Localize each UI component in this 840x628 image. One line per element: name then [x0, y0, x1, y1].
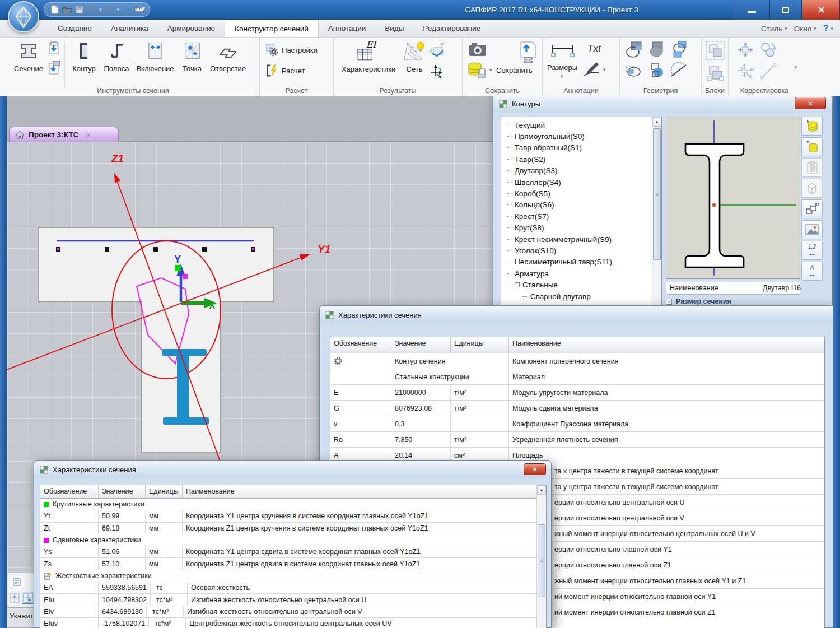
- tree-item-s6[interactable]: Кольцо(S6): [502, 199, 661, 211]
- dimensions-button[interactable]: Размеры: [547, 63, 577, 72]
- image-button[interactable]: [801, 220, 823, 239]
- calc-settings-button[interactable]: Настройки: [265, 43, 333, 57]
- correction-dropdown-icon[interactable]: ▾: [794, 64, 797, 70]
- undo-dropdown-icon[interactable]: ▾: [99, 7, 102, 12]
- mesh-button[interactable]: Сеть: [400, 40, 429, 73]
- table-row[interactable]: Zt69.18ммКоордината Z1 центра кручения в…: [40, 523, 536, 534]
- view-3d-button[interactable]: [801, 179, 823, 198]
- import-dxf-icon[interactable]: [46, 61, 62, 76]
- scale-icon[interactable]: [735, 62, 755, 81]
- scroll-up-icon[interactable]: ▲: [652, 117, 661, 127]
- calc-run-button[interactable]: Расчет: [265, 64, 333, 77]
- scroll-up-icon[interactable]: ▲: [537, 485, 546, 495]
- tree-item-svarnoj-dvutavr[interactable]: Сварной двутавр: [518, 291, 661, 302]
- tab-analitika[interactable]: Аналитика: [101, 20, 158, 37]
- pen-dropdown-icon[interactable]: ▾: [603, 67, 606, 72]
- rotate-icon[interactable]: [759, 40, 779, 59]
- boolean-union-icon[interactable]: [624, 40, 645, 59]
- window-dropdown-icon[interactable]: ▾: [814, 26, 816, 31]
- table-row[interactable]: Стальные конструкции Материал: [330, 369, 824, 385]
- dimension-icon[interactable]: [550, 43, 575, 58]
- tab-redaktirovanie[interactable]: Редактирование: [413, 20, 490, 37]
- close-button[interactable]: [802, 0, 840, 20]
- qat-customize-icon[interactable]: ▼: [141, 6, 146, 11]
- stretch-icon[interactable]: [759, 62, 779, 81]
- save-button[interactable]: Сохранить: [496, 66, 533, 75]
- group-row-shear[interactable]: Сдвиговые характеристики: [40, 534, 536, 546]
- grid-tool-button[interactable]: [8, 592, 21, 604]
- table-row[interactable]: EIu10494.798302тс*м²Изгибная жесткость о…: [40, 594, 536, 606]
- tree-item-stalnye[interactable]: −Стальные: [502, 279, 661, 290]
- tree-item-s9[interactable]: Крест несимметричный(S9): [502, 234, 661, 245]
- table-row[interactable]: Ro 7.850 т/м³ Усредненная плотность сече…: [330, 432, 824, 448]
- xy-plane-button[interactable]: XY: [801, 199, 823, 218]
- open-folder-icon[interactable]: [62, 5, 72, 15]
- numeric-dimensions-button[interactable]: 1.2↔: [801, 241, 823, 260]
- tab-sozdanie[interactable]: Создание: [48, 20, 101, 37]
- help-menu[interactable]: ?: [823, 24, 829, 34]
- tree-item-current[interactable]: Текущий: [502, 119, 661, 131]
- tree-item-s5[interactable]: Короб(S5): [502, 188, 661, 199]
- edit-block-icon[interactable]: [705, 63, 725, 83]
- tree-item-s10[interactable]: Уголок(S10): [502, 245, 661, 256]
- properties2-table[interactable]: Обозначение Значение Единицы Наименовани…: [40, 485, 547, 628]
- inclusion-button[interactable]: Включение: [133, 40, 178, 73]
- save-db-icon[interactable]: [467, 61, 487, 80]
- create-block-icon[interactable]: [705, 40, 725, 61]
- strip-button[interactable]: Полоса: [100, 40, 133, 73]
- table-row[interactable]: EIv6434.689130тс*м²Изгибная жесткость от…: [40, 606, 536, 618]
- tree-item-s2[interactable]: Тавр(S2): [502, 153, 661, 165]
- minimize-button[interactable]: [734, 0, 769, 20]
- properties2-titlebar[interactable]: Характеристики сечения: [34, 461, 551, 478]
- save-db-dropdown-icon[interactable]: ▾: [489, 67, 492, 73]
- contours-close-button[interactable]: ×: [795, 97, 826, 109]
- table-row[interactable]: G 8076923.08 т/м² Модуль сдвига материал…: [330, 401, 824, 416]
- paste-section-button[interactable]: [801, 158, 823, 177]
- tree-scroll-thumb[interactable]: ≡: [653, 128, 661, 260]
- save-to-library-button[interactable]: [801, 117, 823, 136]
- pen-icon[interactable]: [582, 60, 601, 77]
- collapse-icon[interactable]: −: [666, 299, 672, 305]
- characteristics-button[interactable]: EI Характеристики: [337, 40, 400, 73]
- redo-dropdown-icon[interactable]: ▾: [117, 7, 120, 12]
- boolean-intersect-icon[interactable]: [669, 40, 689, 59]
- tree-item-s7[interactable]: Крест(S7): [502, 211, 661, 222]
- properties2-scrollbar[interactable]: ▲ ≡: [536, 485, 546, 628]
- contours-tree[interactable]: Текущий Прямоугольный(S0) Тавр обратный(…: [501, 117, 662, 313]
- load-from-library-button[interactable]: [801, 137, 823, 156]
- tree-item-s4[interactable]: Швеллер(S4): [502, 176, 661, 188]
- app-logo-orb[interactable]: [8, 1, 39, 32]
- section-button[interactable]: Сечение: [11, 40, 46, 73]
- letter-dimensions-button[interactable]: A↔: [801, 262, 823, 281]
- redo-icon[interactable]: ↷: [105, 5, 114, 15]
- table-row[interactable]: Zs57.10ммКоордината Z1 центра сдвига в с…: [40, 558, 536, 570]
- table-row[interactable]: Yt50.99ммКоордината Y1 центра кручения в…: [40, 510, 536, 522]
- style-dropdown-icon[interactable]: ▾: [785, 26, 787, 31]
- properties1-titlebar[interactable]: Характеристики сечения: [320, 306, 833, 324]
- properties-panel-button[interactable]: [10, 576, 24, 588]
- table-row[interactable]: E 21000000 т/м² Модуль упругости материа…: [330, 385, 824, 401]
- group-row-torsion[interactable]: Крутильные характеристики: [40, 499, 536, 510]
- table-row[interactable]: Контур сечения Компонент поперечного сеч…: [330, 353, 824, 369]
- table-row[interactable]: EA559338.56591тсОсевая жесткость: [40, 582, 536, 594]
- document-tab-close-icon[interactable]: ×: [86, 130, 91, 139]
- tab-vidy[interactable]: Виды: [375, 20, 413, 37]
- document-tab[interactable]: Проект 3:КТС ×: [9, 127, 119, 142]
- properties2-close-button[interactable]: ×: [524, 463, 546, 475]
- save-fragment-icon[interactable]: [516, 41, 540, 63]
- table-row[interactable]: v 0.3 Коэффициент Пуассона материала: [330, 416, 824, 432]
- tree-collapse-icon[interactable]: −: [515, 282, 520, 287]
- update-model-icon[interactable]: ⌂: [122, 5, 132, 15]
- axes-3d-icon[interactable]: [429, 63, 446, 80]
- contour-button[interactable]: Контур: [68, 40, 100, 73]
- tab-konstruktor-sechenij[interactable]: Конструктор сечений: [225, 20, 319, 37]
- tree-item-s1[interactable]: Тавр обратный(S1): [502, 142, 661, 153]
- move-icon[interactable]: [735, 40, 755, 59]
- tab-annotacii[interactable]: Аннотации: [319, 20, 375, 37]
- text-button[interactable]: Txt: [587, 43, 601, 54]
- boolean-trim-icon[interactable]: [624, 62, 645, 81]
- group-row-stiffness[interactable]: Жесткостные характеристики: [40, 570, 536, 582]
- tree-item-s8[interactable]: Круг(S8): [502, 222, 661, 234]
- contours-titlebar[interactable]: Контуры: [493, 95, 832, 113]
- save-icon[interactable]: [74, 5, 84, 15]
